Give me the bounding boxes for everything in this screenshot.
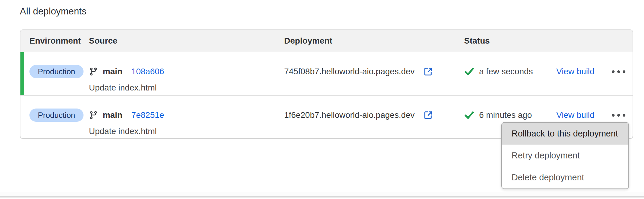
page-title: All deployments <box>20 6 87 17</box>
environment-badge: Production <box>29 109 84 122</box>
source-cell: main 7e8251e Update index.html <box>89 96 284 138</box>
status-time: 6 minutes ago <box>479 110 532 120</box>
environment-cell: Production <box>20 96 89 138</box>
branch-name: main <box>103 67 122 76</box>
menu-item-rollback[interactable]: Rollback to this deployment <box>502 123 628 145</box>
ellipsis-icon[interactable] <box>609 68 628 75</box>
status-time: a few seconds <box>479 67 533 76</box>
deployment-cell: 745f08b7.helloworld-aio.pages.dev <box>284 52 464 95</box>
column-header-environment: Environment <box>20 36 89 46</box>
git-branch-icon <box>89 111 98 120</box>
external-link-icon[interactable] <box>424 67 433 76</box>
branch-name: main <box>103 110 122 120</box>
deployment-actions-menu: Rollback to this deployment Retry deploy… <box>501 122 629 189</box>
footer-band <box>0 192 644 196</box>
check-icon <box>464 110 474 120</box>
ellipsis-icon[interactable] <box>609 112 628 119</box>
environment-badge: Production <box>29 65 84 78</box>
source-cell: main 108a606 Update index.html <box>89 52 284 95</box>
column-header-deployment: Deployment <box>284 36 464 46</box>
row-actions-cell <box>604 52 633 95</box>
commit-link[interactable]: 108a606 <box>131 67 164 76</box>
check-icon <box>464 66 474 77</box>
table-row: Production main 108a606 Update index.htm… <box>20 52 633 95</box>
git-branch-icon <box>89 67 98 76</box>
deployment-url: 745f08b7.helloworld-aio.pages.dev <box>284 67 415 76</box>
status-cell: a few seconds <box>464 52 556 95</box>
menu-item-retry[interactable]: Retry deployment <box>502 145 628 167</box>
view-build-link[interactable]: View build <box>556 67 594 76</box>
table-header-row: Environment Source Deployment Status <box>20 30 633 52</box>
page-divider <box>0 196 644 197</box>
external-link-icon[interactable] <box>424 110 433 120</box>
commit-link[interactable]: 7e8251e <box>131 110 164 120</box>
menu-item-delete[interactable]: Delete deployment <box>502 167 628 188</box>
view-build-link[interactable]: View build <box>556 110 594 120</box>
column-header-status: Status <box>464 36 556 46</box>
commit-message: Update index.html <box>89 83 284 93</box>
view-build-cell: View build <box>556 52 604 95</box>
environment-cell: Production <box>20 52 89 95</box>
commit-message: Update index.html <box>89 127 284 136</box>
deployment-cell: 1f6e20b7.helloworld-aio.pages.dev <box>284 96 464 138</box>
column-header-source: Source <box>89 36 284 46</box>
deployment-url: 1f6e20b7.helloworld-aio.pages.dev <box>284 110 415 120</box>
